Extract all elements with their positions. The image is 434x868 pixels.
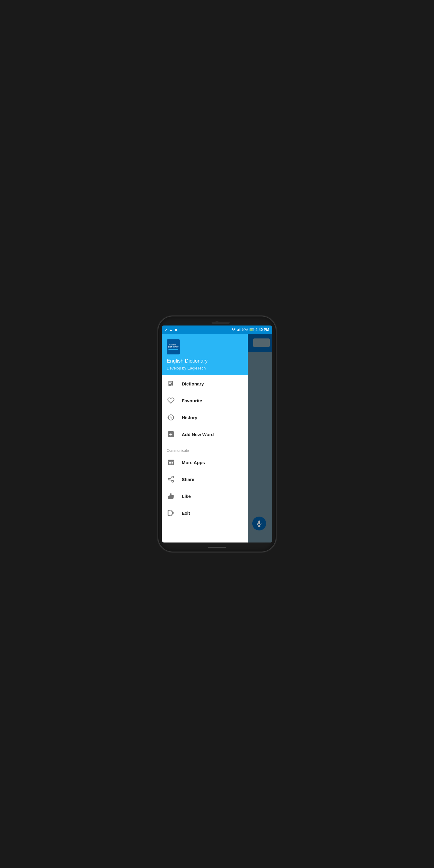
speaker [212,322,230,324]
logo-line [168,349,178,350]
time: 4:40 PM [255,328,269,332]
status-icons-left: ✕ [165,328,178,332]
icon-android [174,328,178,332]
battery-percent: 70% [242,328,248,332]
home-bar [208,547,226,548]
svg-rect-25 [172,464,173,464]
svg-rect-2 [238,329,239,331]
status-bar: ✕ 70% [162,326,272,334]
share-label: Share [182,477,194,482]
svg-rect-0 [237,330,238,331]
svg-rect-23 [169,464,170,464]
logo-text-line2: DICTIONARY [168,346,179,348]
app-subtitle: Develop by EagleTech [167,366,243,370]
svg-line-14 [173,386,174,386]
menu-item-share[interactable]: Share [162,471,248,488]
dictionary-label: Dictionary [182,381,204,386]
icon-x: ✕ [165,328,167,332]
svg-point-26 [172,476,174,478]
menu-item-dictionary[interactable]: Dictionary [162,375,248,392]
menu-item-like[interactable]: Like [162,488,248,504]
menu-item-add-new-word[interactable]: Add New Word [162,426,248,443]
history-icon [167,413,175,422]
menu-item-history[interactable]: History [162,409,248,426]
svg-rect-4 [240,328,240,331]
svg-rect-3 [239,329,240,331]
more-apps-icon [167,458,175,467]
battery-icon: ⚡ [250,328,254,331]
add-new-word-label: Add New Word [182,432,214,437]
more-apps-label: More Apps [182,460,205,465]
status-right: 70% ⚡ 4:40 PM [231,328,269,332]
svg-rect-20 [169,462,170,463]
svg-rect-12 [169,383,171,384]
menu-item-favourite[interactable]: Favourite [162,392,248,409]
menu-item-exit[interactable]: Exit [162,504,248,521]
signal-icon [237,328,241,332]
like-label: Like [182,494,191,499]
svg-line-29 [170,480,172,481]
exit-icon [167,509,175,517]
svg-line-30 [170,478,172,479]
exit-label: Exit [182,510,190,516]
svg-point-27 [168,478,170,480]
add-new-word-icon [167,430,175,438]
navigation-drawer: ENGLISH DICTIONARY English Dictionary De… [162,334,248,542]
menu-item-more-apps[interactable]: More Apps [162,454,248,471]
svg-rect-22 [172,462,173,463]
svg-rect-11 [169,382,172,383]
svg-rect-21 [170,462,172,463]
svg-point-28 [172,480,174,482]
share-icon [167,475,175,484]
svg-text:⚡: ⚡ [250,329,252,331]
svg-rect-24 [170,464,172,464]
main-menu: Dictionary Favourite [162,375,248,542]
drawer-header: ENGLISH DICTIONARY English Dictionary De… [162,334,248,375]
history-label: History [182,415,197,420]
app-title: English Dictionary [167,358,243,364]
favourite-icon [167,396,175,405]
phone-frame: ✕ 70% [158,316,276,552]
svg-rect-6 [254,329,254,330]
dictionary-icon [167,379,175,388]
like-icon [167,492,175,500]
icon-usb [169,328,173,332]
phone-screen: ✕ 70% [162,326,272,542]
communicate-section-label: Communicate [162,445,248,454]
wifi-icon [231,328,236,332]
svg-rect-10 [169,381,172,382]
app-logo: ENGLISH DICTIONARY [167,339,180,354]
favourite-label: Favourite [182,398,202,403]
svg-rect-1 [238,330,238,331]
